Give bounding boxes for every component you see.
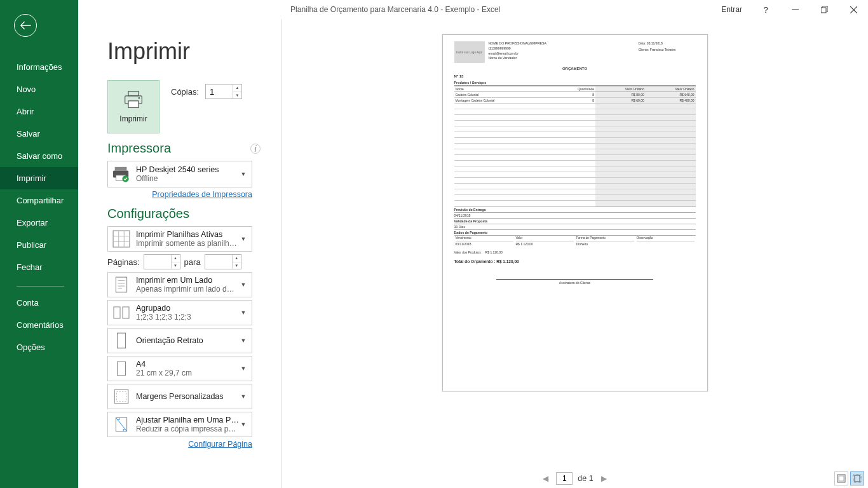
printer-status-icon bbox=[112, 165, 131, 184]
chevron-down-icon: ▼ bbox=[239, 171, 248, 177]
sidebar-item[interactable]: Compartilhar bbox=[0, 189, 78, 212]
spinner-down-icon[interactable]: ▼ bbox=[233, 92, 241, 99]
svg-rect-11 bbox=[114, 307, 120, 318]
copies-label: Cópias: bbox=[171, 87, 199, 97]
sidebar-item[interactable]: Salvar bbox=[0, 123, 78, 145]
print-preview-column: Insira sua Logo Aqui NOME DO PROFISSIONA… bbox=[281, 19, 868, 488]
svg-rect-19 bbox=[839, 476, 844, 481]
current-page-input[interactable] bbox=[556, 472, 573, 485]
printer-status: Offline bbox=[136, 174, 239, 183]
page-title: Imprimir bbox=[107, 38, 281, 65]
prev-page-icon[interactable]: ◀ bbox=[540, 474, 551, 483]
svg-rect-14 bbox=[118, 362, 126, 376]
sidebar-item[interactable]: Conta bbox=[0, 292, 78, 314]
backstage-sidebar: InformaçõesNovoAbrirSalvarSalvar comoImp… bbox=[0, 0, 78, 488]
help-icon[interactable]: ? bbox=[751, 0, 780, 19]
page-count-label: de 1 bbox=[578, 474, 593, 483]
signin-link[interactable]: Entrar bbox=[712, 0, 751, 19]
logo-placeholder: Insira sua Logo Aqui bbox=[454, 41, 485, 63]
company-name: NOME DO PROFISSIONAL/EMPRESA bbox=[489, 41, 635, 46]
chevron-down-icon: ▼ bbox=[239, 236, 248, 242]
sidebar-item[interactable]: Informações bbox=[0, 56, 78, 78]
total-line: Total do Orçamento : R$ 1.120,00 bbox=[454, 259, 696, 264]
spinner-up-icon[interactable]: ▲ bbox=[233, 255, 241, 262]
title-bar: Planilha de Orçamento para Marcenaria 4.… bbox=[0, 0, 868, 19]
margins-icon bbox=[112, 387, 131, 406]
printer-icon bbox=[123, 90, 144, 109]
chevron-down-icon: ▼ bbox=[239, 309, 248, 316]
collate-icon bbox=[112, 303, 131, 322]
info-icon[interactable]: i bbox=[250, 144, 261, 154]
spinner-up-icon[interactable]: ▲ bbox=[172, 255, 180, 262]
close-icon[interactable] bbox=[839, 0, 868, 19]
menu-separator bbox=[17, 286, 64, 287]
sidebar-item[interactable]: Abrir bbox=[0, 100, 78, 123]
print-preview-area: Insira sua Logo Aqui NOME DO PROFISSIONA… bbox=[281, 19, 868, 469]
margins-dropdown[interactable]: Margens Personalizadas ▼ bbox=[107, 384, 252, 409]
sidebar-item[interactable]: Novo bbox=[0, 78, 78, 100]
doc-title: ORÇAMENTO bbox=[454, 67, 696, 71]
pages-to-label: para bbox=[184, 257, 201, 267]
chevron-down-icon: ▼ bbox=[239, 393, 248, 400]
chevron-down-icon: ▼ bbox=[239, 337, 248, 344]
svg-rect-20 bbox=[855, 475, 860, 482]
zoom-to-page-button[interactable] bbox=[850, 471, 864, 485]
printer-dropdown[interactable]: HP Deskjet 2540 series Offline ▼ bbox=[107, 161, 252, 187]
spinner-down-icon[interactable]: ▼ bbox=[233, 262, 241, 269]
one-side-icon bbox=[112, 275, 131, 294]
print-button[interactable]: Imprimir bbox=[107, 80, 159, 133]
printer-name: HP Deskjet 2540 series bbox=[136, 165, 239, 174]
company-email: email@email.com.br bbox=[489, 51, 635, 57]
svg-rect-0 bbox=[821, 8, 826, 13]
sidebar-item[interactable]: Salvar como bbox=[0, 145, 78, 167]
orientation-dropdown[interactable]: Orientação Retrato ▼ bbox=[107, 328, 252, 353]
page-setup-link[interactable]: Configurar Página bbox=[107, 440, 252, 449]
items-table: NomeQuantidadeValor UnitárioValor Unitár… bbox=[454, 86, 696, 207]
fit-page-icon bbox=[112, 415, 131, 434]
sidebar-item[interactable]: Comentários bbox=[0, 314, 78, 336]
minimize-icon[interactable] bbox=[780, 0, 810, 19]
doc-number: Nº 13 bbox=[454, 74, 696, 78]
sidebar-item[interactable]: Opções bbox=[0, 336, 78, 358]
pages-to-spinner[interactable]: ▲▼ bbox=[205, 254, 241, 269]
copies-spinner[interactable]: ▲▼ bbox=[205, 84, 242, 99]
show-margins-button[interactable] bbox=[834, 471, 848, 485]
next-page-icon[interactable]: ▶ bbox=[599, 474, 609, 483]
chevron-down-icon: ▼ bbox=[239, 281, 248, 288]
signature-block: Assinatura do Cliente bbox=[454, 279, 696, 285]
spinner-down-icon[interactable]: ▼ bbox=[172, 262, 180, 269]
portrait-icon bbox=[112, 331, 131, 350]
svg-rect-13 bbox=[118, 333, 126, 348]
printer-properties-link[interactable]: Propriedades de Impressora bbox=[107, 190, 252, 199]
copies-input[interactable] bbox=[206, 85, 233, 98]
sides-dropdown[interactable]: Imprimir em Um LadoApenas imprimir um la… bbox=[107, 272, 252, 297]
paper-dropdown[interactable]: A421 cm x 29,7 cm ▼ bbox=[107, 356, 252, 381]
sidebar-item[interactable]: Fechar bbox=[0, 256, 78, 278]
print-what-dropdown[interactable]: Imprimir Planilhas AtivasImprimir soment… bbox=[107, 226, 252, 252]
sidebar-item[interactable]: Exportar bbox=[0, 212, 78, 234]
page-navigator: ◀ de 1 ▶ bbox=[281, 469, 868, 488]
svg-rect-5 bbox=[115, 167, 127, 171]
spinner-up-icon[interactable]: ▲ bbox=[233, 85, 241, 92]
pages-to-input[interactable] bbox=[205, 255, 232, 269]
chevron-down-icon: ▼ bbox=[239, 365, 248, 372]
pages-from-spinner[interactable]: ▲▼ bbox=[144, 254, 180, 269]
restore-icon[interactable] bbox=[810, 0, 839, 19]
back-button[interactable] bbox=[14, 14, 37, 37]
active-sheets-icon bbox=[112, 229, 131, 248]
collate-dropdown[interactable]: Agrupado1;2;3 1;2;3 1;2;3 ▼ bbox=[107, 300, 252, 325]
settings-heading: Configurações bbox=[107, 207, 281, 221]
sidebar-item[interactable]: Imprimir bbox=[0, 167, 78, 189]
printer-heading: Impressora i bbox=[107, 141, 281, 156]
products-heading: Produtos / Serviços bbox=[454, 81, 696, 86]
pages-range: Páginas: ▲▼ para ▲▼ bbox=[107, 254, 281, 269]
chevron-down-icon: ▼ bbox=[239, 421, 248, 428]
svg-point-4 bbox=[139, 97, 140, 98]
sidebar-item[interactable]: Publicar bbox=[0, 234, 78, 256]
svg-rect-9 bbox=[113, 231, 130, 247]
print-settings-column: Imprimir Imprimir Cópias: ▲▼ Imp bbox=[78, 19, 281, 488]
scaling-dropdown[interactable]: Ajustar Planilha em Uma Pá…Reduzir a cóp… bbox=[107, 412, 252, 437]
pages-from-input[interactable] bbox=[144, 255, 171, 269]
svg-rect-3 bbox=[128, 101, 139, 108]
company-phone: (21)999999999 bbox=[489, 46, 635, 51]
